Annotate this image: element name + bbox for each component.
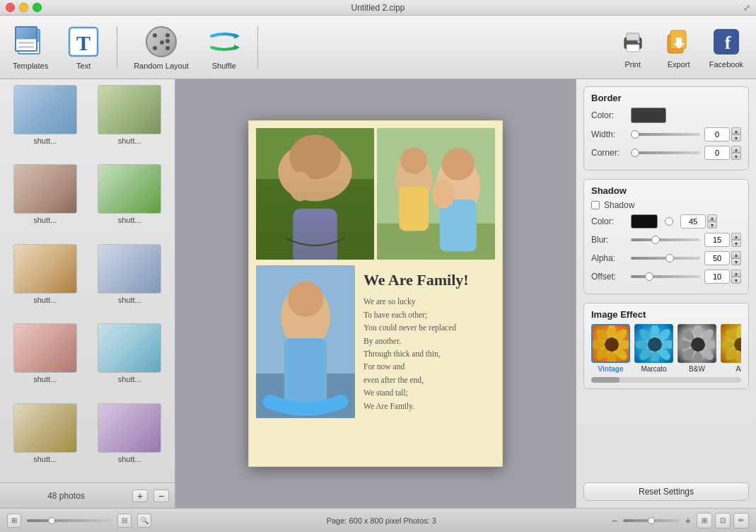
border-corner-down[interactable]: ▼ [731, 153, 741, 160]
shuffle-button[interactable]: Shuffle [202, 22, 247, 73]
edit-view-button[interactable]: ✏ [733, 513, 749, 528]
minimize-button[interactable] [19, 3, 28, 12]
text-button[interactable]: T Text [61, 22, 106, 73]
list-item[interactable]: shutt... [91, 323, 170, 397]
border-corner-input[interactable]: 0 [704, 146, 730, 160]
shadow-alpha-up[interactable]: ▲ [731, 251, 741, 258]
list-item[interactable]: shutt... [6, 244, 85, 318]
border-width-down[interactable]: ▼ [731, 134, 741, 141]
effect-vintage[interactable]: Vintage [591, 324, 630, 373]
shadow-offset-up[interactable]: ▲ [731, 270, 741, 277]
effect-bw[interactable]: B&W [678, 324, 716, 373]
shadow-blur-thumb[interactable] [651, 236, 660, 244]
svg-point-48 [651, 351, 659, 363]
zoom-plus-button[interactable]: + [685, 515, 691, 526]
border-color-swatch[interactable] [631, 108, 666, 123]
list-item[interactable]: shutt... [91, 244, 170, 318]
reset-settings-button[interactable]: Reset Settings [583, 482, 749, 501]
zoom-minus-button[interactable]: − [612, 515, 617, 526]
shadow-alpha-thumb[interactable] [665, 254, 674, 262]
border-corner-slider-thumb[interactable] [631, 149, 639, 157]
shadow-alpha-stepper: ▲ ▼ [731, 251, 741, 265]
title-bar: Untitled 2.cipp ⤢ [0, 0, 756, 16]
photo-label: shutt... [33, 455, 57, 463]
magnify-button[interactable]: 🔍 [137, 514, 151, 528]
effect-bw-thumb [678, 324, 716, 363]
shadow-color-swatch[interactable] [631, 214, 658, 229]
effects-scrollbar[interactable] [591, 377, 741, 383]
shadow-blur-value[interactable]: 15 [704, 233, 730, 247]
shadow-radio[interactable] [665, 217, 673, 226]
effect-an[interactable]: An [721, 324, 741, 373]
canvas-photo-3[interactable] [256, 265, 355, 418]
export-button[interactable]: Export [658, 23, 700, 71]
list-item[interactable]: shutt... [6, 403, 85, 477]
border-corner-input-group: 0 ▲ ▼ [704, 146, 741, 160]
expand-icon[interactable]: ⤢ [743, 3, 750, 13]
templates-button[interactable]: Templates [7, 22, 54, 73]
border-width-slider[interactable] [631, 133, 700, 136]
shadow-alpha-slider[interactable] [631, 257, 700, 260]
shadow-color-value[interactable]: 45 [680, 214, 706, 229]
border-width-up[interactable]: ▲ [731, 127, 741, 134]
shadow-offset-value[interactable]: 10 [704, 270, 730, 284]
canvas-photo-2[interactable] [377, 128, 495, 260]
list-item[interactable]: shutt... [6, 85, 85, 158]
canvas-top-row [249, 121, 502, 262]
zoom-slider-thumb[interactable] [648, 517, 655, 524]
canvas-photo-1[interactable] [256, 128, 374, 260]
effect-marcato[interactable]: Marcato [634, 324, 673, 373]
remove-photo-button[interactable]: − [153, 490, 169, 502]
shuffle-icon [207, 25, 241, 59]
shadow-offset-thumb[interactable] [645, 272, 653, 281]
effect-vintage-thumb [591, 324, 630, 363]
border-corner-up[interactable]: ▲ [731, 146, 741, 153]
close-button[interactable] [6, 3, 15, 12]
add-photo-button[interactable]: + [132, 490, 148, 502]
view-large-button[interactable]: ⊟ [117, 514, 132, 528]
zoom-slider[interactable] [623, 519, 680, 522]
shadow-offset-slider[interactable] [631, 275, 700, 278]
vintage-flower-svg [593, 325, 630, 363]
effects-scrollbar-thumb[interactable] [591, 377, 620, 383]
shadow-alpha-down[interactable]: ▼ [731, 258, 741, 265]
photo-thumbnail [98, 85, 161, 134]
shadow-blur-label: Blur: [591, 235, 627, 245]
list-item[interactable]: shutt... [6, 323, 85, 397]
shadow-color-row: Color: 45 ▲ ▼ [591, 214, 741, 229]
border-width-slider-thumb[interactable] [631, 130, 639, 139]
window-controls[interactable] [6, 3, 42, 12]
facebook-icon-svg: f [712, 28, 740, 56]
random-layout-button[interactable]: Random Layout [128, 22, 194, 73]
panel-size-slider[interactable] [27, 519, 112, 522]
fit-view-button[interactable]: ⊡ [715, 513, 731, 528]
shadow-blur-slider[interactable] [631, 238, 700, 241]
shadow-blur-down[interactable]: ▼ [731, 240, 741, 247]
list-item[interactable]: shutt... [6, 164, 85, 238]
facebook-button[interactable]: f Facebook [704, 23, 749, 71]
text-icon-svg: T [68, 26, 99, 57]
shadow-color-up[interactable]: ▲ [707, 214, 717, 221]
shadow-alpha-value[interactable]: 50 [704, 251, 730, 265]
print-icon-svg [619, 28, 647, 56]
shadow-checkbox[interactable] [591, 201, 600, 209]
list-item[interactable]: shutt... [91, 164, 170, 238]
svg-point-34 [607, 325, 616, 338]
panel-size-slider-thumb[interactable] [48, 517, 55, 524]
shadow-color-down[interactable]: ▼ [707, 221, 717, 229]
border-section: Border Color: Width: 0 ▲ ▼ Co [583, 86, 749, 170]
shadow-blur-up[interactable]: ▲ [731, 233, 741, 240]
border-width-input[interactable]: 0 [704, 127, 730, 141]
print-button[interactable]: Print [612, 23, 654, 71]
maximize-button[interactable] [33, 3, 42, 12]
border-corner-slider[interactable] [631, 151, 700, 154]
grid-view-button[interactable]: ⊞ [697, 513, 712, 528]
list-item[interactable]: shutt... [91, 85, 170, 158]
photo-canvas[interactable]: We Are Family! We are so lucky To have e… [248, 120, 503, 467]
toolbar: Templates T Text Random Layout [0, 16, 756, 79]
shadow-offset-down[interactable]: ▼ [731, 277, 741, 284]
photo-label: shutt... [118, 455, 141, 463]
view-small-button[interactable]: ⊞ [7, 514, 21, 528]
export-label: Export [668, 60, 690, 69]
list-item[interactable]: shutt... [91, 403, 170, 477]
